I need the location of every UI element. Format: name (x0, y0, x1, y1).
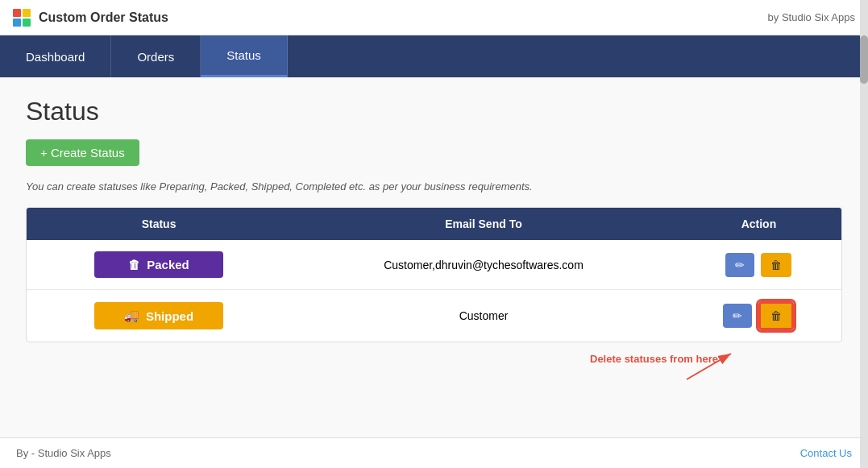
nav-status[interactable]: Status (201, 35, 288, 77)
email-cell-packed: Customer,dhruvin@tychesoftwares.com (291, 240, 676, 290)
help-text: You can create statuses like Preparing, … (26, 180, 842, 193)
nav-dashboard[interactable]: Dashboard (0, 35, 111, 77)
col-action: Action (676, 208, 841, 240)
shipped-icon: 🚚 (124, 309, 139, 323)
footer: By - Studio Six Apps Contact Us (0, 437, 868, 468)
header-left: Custom Order Status (13, 9, 168, 27)
action-cell-packed: ✏ 🗑 (676, 240, 841, 290)
col-email: Email Send To (291, 208, 676, 240)
col-status: Status (27, 208, 291, 240)
action-group-shipped: ✏ 🗑 (689, 301, 829, 330)
status-table-wrapper: Status Email Send To Action 🗑 Packed Cus… (26, 207, 842, 342)
edit-packed-button[interactable]: ✏ (725, 253, 754, 277)
status-cell-shipped: 🚚 Shipped (27, 290, 291, 342)
delete-packed-button[interactable]: 🗑 (761, 253, 791, 277)
app-title: Custom Order Status (39, 10, 168, 25)
nav-orders[interactable]: Orders (111, 35, 201, 77)
table-row: 🚚 Shipped Customer ✏ 🗑 (27, 290, 841, 342)
logo-yellow (23, 9, 31, 17)
page-title: Status (26, 97, 842, 126)
action-cell-shipped: ✏ 🗑 (676, 290, 841, 342)
footer-by-label: By - Studio Six Apps (16, 447, 111, 459)
scrollbar-track[interactable] (860, 0, 868, 468)
logo-red (13, 9, 21, 17)
status-badge-shipped: 🚚 Shipped (94, 302, 223, 329)
main-nav: Dashboard Orders Status (0, 35, 868, 77)
edit-shipped-button[interactable]: ✏ (723, 304, 752, 328)
delete-annotation: Delete statuses from here (26, 347, 842, 365)
email-cell-shipped: Customer (291, 290, 676, 342)
annotation-text: Delete statuses from here (590, 353, 718, 365)
status-cell-packed: 🗑 Packed (27, 240, 291, 290)
delete-shipped-button[interactable]: 🗑 (758, 301, 794, 330)
create-status-button[interactable]: + Create Status (26, 139, 139, 166)
logo-green (23, 19, 31, 27)
status-badge-packed: 🗑 Packed (94, 251, 223, 278)
footer-contact-link[interactable]: Contact Us (800, 447, 852, 459)
scrollbar-thumb[interactable] (860, 35, 868, 84)
packed-icon: 🗑 (128, 258, 140, 271)
app-logo (13, 9, 31, 27)
header-by-label: by Studio Six Apps (768, 11, 855, 23)
table-row: 🗑 Packed Customer,dhruvin@tychesoftwares… (27, 240, 841, 290)
main-content: Status + Create Status You can create st… (0, 77, 868, 437)
action-group-packed: ✏ 🗑 (689, 253, 829, 277)
status-table: Status Email Send To Action 🗑 Packed Cus… (27, 208, 841, 342)
logo-blue (13, 19, 21, 27)
header: Custom Order Status by Studio Six Apps (0, 0, 868, 35)
table-header-row: Status Email Send To Action (27, 208, 841, 240)
